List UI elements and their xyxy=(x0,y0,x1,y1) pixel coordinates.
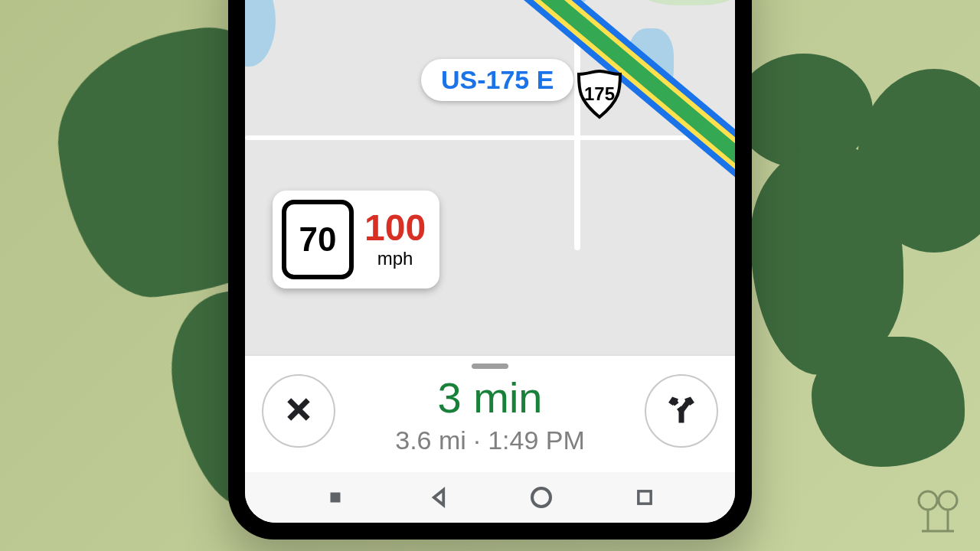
svg-rect-2 xyxy=(639,491,651,504)
eta-summary: 3 min 3.6 mi · 1:49 PM xyxy=(335,373,645,455)
alternate-routes-button[interactable] xyxy=(645,374,718,448)
route-label[interactable]: US-175 E xyxy=(421,59,573,101)
current-speed-value: 100 xyxy=(364,210,426,246)
speed-limit-value: 70 xyxy=(299,220,337,259)
eta-arrival: 1:49 PM xyxy=(488,425,585,455)
shield-number: 175 xyxy=(584,83,615,104)
trip-bottom-sheet[interactable]: 3 min 3.6 mi · 1:49 PM xyxy=(245,354,735,472)
svg-point-1 xyxy=(532,488,550,507)
speed-indicator[interactable]: 70 100 mph xyxy=(273,191,439,289)
background: US-175 E 175 70 100 mph xyxy=(0,0,980,551)
nav-back-icon[interactable] xyxy=(426,484,452,510)
eta-time: 3 min xyxy=(335,373,645,422)
eta-subline: 3.6 mi · 1:49 PM xyxy=(335,425,645,455)
phone-frame: US-175 E 175 70 100 mph xyxy=(228,0,752,540)
drag-handle-icon[interactable] xyxy=(472,364,508,369)
watermark-logo-icon xyxy=(911,485,965,542)
us-route-shield-icon: 175 xyxy=(573,67,626,123)
svg-point-4 xyxy=(939,491,957,510)
nav-notification-dot-icon[interactable] xyxy=(322,484,348,510)
nav-home-icon[interactable] xyxy=(528,484,554,510)
svg-rect-0 xyxy=(332,494,339,501)
route-label-text: US-175 E xyxy=(441,65,554,94)
speed-limit-sign: 70 xyxy=(282,200,354,279)
eta-distance: 3.6 mi xyxy=(395,425,466,455)
close-button[interactable] xyxy=(262,374,335,448)
speed-unit: mph xyxy=(377,248,413,269)
android-nav-bar xyxy=(245,472,735,523)
nav-recent-icon[interactable] xyxy=(632,484,658,510)
svg-point-3 xyxy=(919,491,937,510)
current-speed: 100 mph xyxy=(364,210,426,269)
phone-screen: US-175 E 175 70 100 mph xyxy=(245,0,735,523)
route-fork-icon xyxy=(665,393,697,429)
close-icon xyxy=(283,393,315,429)
